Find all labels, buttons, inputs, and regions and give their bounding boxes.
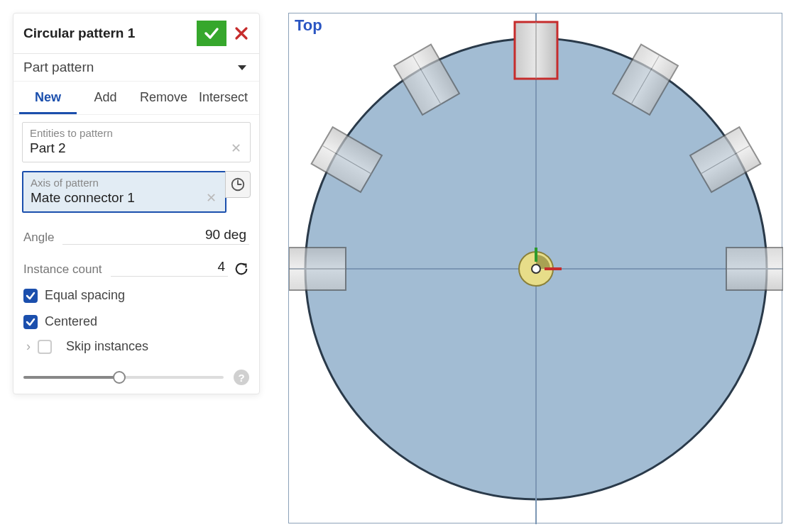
check-icon	[26, 291, 35, 301]
check-icon	[26, 317, 35, 327]
pattern-instance	[289, 248, 346, 290]
equal-spacing-label: Equal spacing	[45, 288, 125, 303]
equal-spacing-row: Equal spacing	[13, 281, 259, 303]
skip-instances-row: › Skip instances	[13, 329, 259, 357]
feature-dialog: Circular pattern 1 Part pattern New Add …	[13, 13, 260, 394]
skip-instances-checkbox[interactable]	[38, 340, 52, 354]
centered-checkbox[interactable]	[23, 315, 38, 329]
pattern-type-label: Part pattern	[23, 60, 238, 75]
instance-count-row: Instance count 4	[13, 253, 259, 277]
pattern-type-dropdown[interactable]: Part pattern	[13, 54, 259, 82]
pattern-seed	[515, 22, 557, 79]
dialog-header: Circular pattern 1	[13, 13, 259, 54]
check-icon	[203, 25, 220, 42]
pattern-instance	[726, 248, 783, 290]
viewport-canvas	[289, 13, 783, 524]
tab-remove[interactable]: Remove	[134, 82, 193, 114]
tab-bar: New Add Remove Intersect	[13, 82, 259, 115]
slider-thumb[interactable]	[113, 371, 126, 384]
axis-field[interactable]: Axis of pattern Mate connector 1 ✕	[22, 171, 251, 213]
tab-add[interactable]: Add	[77, 82, 134, 114]
chevron-down-icon	[238, 65, 246, 70]
centered-label: Centered	[45, 314, 97, 329]
clear-axis-button[interactable]: ✕	[204, 190, 218, 206]
instance-count-label: Instance count	[23, 262, 102, 277]
dialog-title: Circular pattern 1	[23, 26, 197, 41]
entities-field-label: Entities to pattern	[23, 123, 250, 139]
tab-new[interactable]: New	[19, 82, 77, 114]
viewport-label: Top	[295, 16, 322, 35]
origin-dot	[532, 265, 540, 273]
clock-icon	[230, 177, 246, 192]
axis-field-label: Axis of pattern	[23, 172, 225, 189]
entities-field[interactable]: Entities to pattern Part 2 ✕	[22, 122, 251, 162]
cancel-button[interactable]	[231, 21, 252, 46]
angle-row: Angle 90 deg	[13, 221, 259, 245]
clear-entities-button[interactable]: ✕	[229, 140, 243, 156]
help-button[interactable]: ?	[234, 370, 249, 385]
flip-direction-button[interactable]	[234, 261, 249, 277]
angle-input[interactable]: 90 deg	[62, 226, 249, 245]
mate-connector-button[interactable]	[225, 171, 251, 198]
axis-field-value: Mate connector 1	[31, 190, 204, 206]
slider-row: ?	[13, 357, 259, 394]
opacity-slider[interactable]	[23, 376, 224, 379]
slider-fill	[23, 376, 119, 379]
refresh-icon	[234, 261, 249, 277]
chevron-right-icon[interactable]: ›	[26, 339, 31, 354]
skip-instances-label: Skip instances	[66, 339, 148, 354]
entities-field-value: Part 2	[30, 140, 229, 156]
centered-row: Centered	[13, 307, 259, 329]
instance-count-input[interactable]: 4	[111, 257, 228, 277]
close-icon	[234, 26, 248, 40]
viewport[interactable]: Top	[288, 13, 782, 523]
tab-intersect[interactable]: Intersect	[193, 82, 253, 114]
equal-spacing-checkbox[interactable]	[23, 289, 38, 303]
accept-button[interactable]	[197, 21, 226, 46]
angle-label: Angle	[23, 231, 54, 245]
